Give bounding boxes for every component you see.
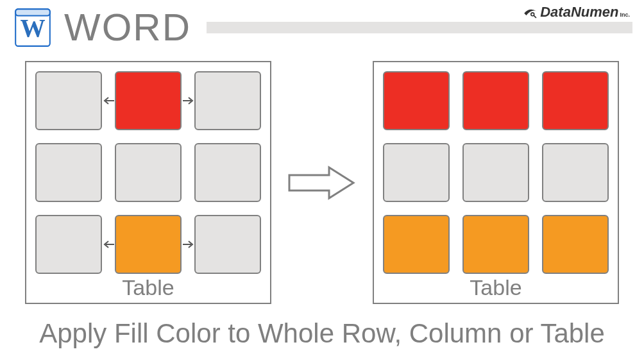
cell (115, 71, 182, 130)
cell (194, 71, 261, 130)
transform-arrow-icon (287, 164, 357, 202)
cell (542, 215, 609, 274)
cell (194, 143, 261, 202)
header: W WORD DataNumen Inc. (0, 0, 644, 49)
brand-name: DataNumen (540, 4, 618, 21)
cell (383, 215, 450, 274)
brand-logo: DataNumen Inc. (522, 4, 630, 21)
cell (383, 143, 450, 202)
cell (462, 143, 529, 202)
header-divider-bar (207, 22, 632, 33)
arrow-right-icon (182, 239, 194, 250)
cell (383, 71, 450, 130)
arrow-right-icon (182, 96, 194, 106)
cell (194, 215, 261, 274)
cell (35, 71, 102, 130)
brand-suffix: Inc. (620, 12, 630, 18)
brand-swoosh-icon (522, 4, 539, 21)
cell (542, 71, 609, 130)
cell (115, 143, 182, 202)
cell (462, 71, 529, 130)
cell (542, 143, 609, 202)
right-table-grid (383, 71, 609, 274)
diagram-area: Table Table (0, 61, 644, 304)
cell (115, 215, 182, 274)
right-table-label: Table (383, 275, 609, 300)
left-table-grid (35, 71, 261, 274)
svg-text:W: W (20, 14, 45, 42)
right-table-box: Table (373, 61, 619, 304)
header-title: WORD (64, 5, 191, 49)
svg-line-4 (534, 15, 536, 18)
cell (35, 143, 102, 202)
svg-marker-9 (289, 167, 353, 198)
left-table-label: Table (35, 275, 261, 300)
left-table-box: Table (25, 61, 271, 304)
caption: Apply Fill Color to Whole Row, Column or… (0, 318, 644, 349)
arrow-left-icon (103, 239, 115, 250)
arrow-left-icon (103, 96, 115, 106)
word-app-icon: W (12, 6, 54, 49)
cell (462, 215, 529, 274)
cell (35, 215, 102, 274)
